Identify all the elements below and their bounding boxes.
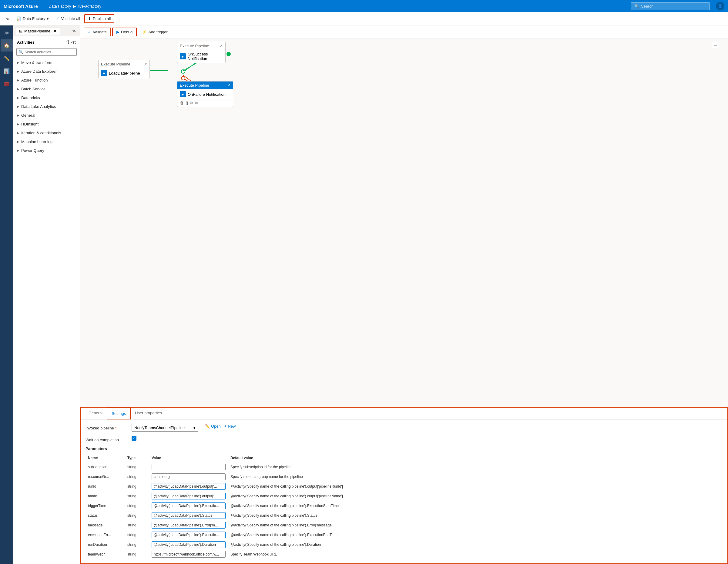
external-link-icon[interactable]: ↗	[220, 44, 223, 48]
breadcrumb-sep1: |	[43, 4, 44, 8]
wait-on-completion-checkbox[interactable]: ✓	[132, 436, 136, 441]
activities-search-box[interactable]: 🔍	[16, 48, 77, 56]
param-row: teamWebh... string Specify Team Webhook …	[86, 549, 723, 559]
sidebar-icon-expand[interactable]: ≫	[1, 27, 13, 39]
group-iteration-conditionals-header[interactable]: ▶ Iteration & conditionals	[13, 129, 80, 137]
tab-settings[interactable]: Settings	[107, 408, 131, 419]
invoked-pipeline-dropdown[interactable]: NotifyTeamsChannelPipeline ▾	[132, 424, 198, 431]
add-trigger-btn[interactable]: ⚡ Add trigger	[138, 28, 172, 36]
param-value-input[interactable]	[152, 473, 226, 480]
param-value-input[interactable]	[152, 541, 226, 548]
param-value-cell[interactable]	[149, 501, 228, 511]
group-azure-data-explorer-header[interactable]: ▶ Azure Data Explorer	[13, 68, 80, 75]
icon-sidebar: ≫ 🏠 ✏️ 📊 🧰	[0, 25, 13, 564]
breadcrumb-data-factory[interactable]: Data Factory	[49, 4, 71, 8]
copy-icon[interactable]: ⧉	[190, 101, 193, 106]
param-value-cell[interactable]	[149, 482, 228, 491]
param-default-cell: @activity('Specify name of the calling p…	[228, 501, 723, 511]
activities-panel: ⊞ MasterPipeline ✕ ≪ Activities ⇅ ≪ 🔍 ▶	[13, 25, 80, 564]
group-databricks-header[interactable]: ▶ Databricks	[13, 94, 80, 102]
param-row: runDuration string @activity('Specify na…	[86, 540, 723, 549]
publish-all-btn[interactable]: ⬆ Publish all	[84, 14, 114, 23]
sidebar-icon-toolbox[interactable]: 🧰	[1, 78, 13, 90]
svg-point-4	[227, 52, 230, 56]
param-type-cell: string	[125, 520, 149, 530]
validate-all-btn[interactable]: ✓ Validate all	[53, 15, 83, 22]
param-row: triggerTime string @activity('Specify na…	[86, 501, 723, 511]
param-value-input[interactable]	[152, 493, 226, 499]
param-default-cell: @activity('Specify name of the calling p…	[228, 540, 723, 549]
param-value-cell[interactable]	[149, 549, 228, 559]
code-icon[interactable]: {}	[186, 101, 188, 106]
col-name: Name	[86, 454, 125, 462]
pipeline-field-actions: ✏️ Open + New	[205, 424, 236, 428]
param-value-input[interactable]	[152, 502, 226, 509]
pipeline-icon: ⊞	[19, 29, 22, 33]
param-value-cell[interactable]	[149, 491, 228, 501]
node-on-success[interactable]: Execute Pipeline ↗ ▶ OnSuccess Notificat…	[177, 42, 226, 63]
group-data-lake-analytics-header[interactable]: ▶ Data Lake Analytics	[13, 103, 80, 110]
param-value-input[interactable]	[152, 464, 226, 470]
add-icon[interactable]: ⊕	[195, 101, 198, 106]
delete-icon[interactable]: 🗑	[180, 101, 184, 106]
node-load-data[interactable]: Execute Pipeline ↗ ▶ LoadDataPipeline	[98, 60, 150, 78]
expand-activities-btn[interactable]: ≪	[71, 39, 76, 45]
pipeline-tab[interactable]: ⊞ MasterPipeline ✕	[16, 27, 60, 35]
param-name-cell: executionEn...	[86, 530, 125, 540]
param-value-cell[interactable]	[149, 511, 228, 520]
debug-btn[interactable]: ▶ Debug	[112, 28, 137, 36]
search-activities-input[interactable]	[25, 50, 75, 54]
param-value-input[interactable]	[152, 551, 226, 558]
node-on-failure-header: Execute Pipeline ↗	[177, 82, 233, 89]
minimize-canvas-btn[interactable]: ─	[712, 42, 719, 48]
collapse-all-btn[interactable]: ⇅	[66, 39, 70, 45]
search-input[interactable]	[641, 4, 706, 8]
search-icon: 🔍	[634, 4, 639, 8]
avatar[interactable]: 👤	[716, 2, 724, 10]
group-label: HDInsight	[21, 122, 39, 126]
activities-header: Activities ⇅ ≪	[13, 36, 80, 47]
open-pipeline-btn[interactable]: ✏️ Open	[205, 424, 221, 428]
global-search-box[interactable]: 🔍	[631, 2, 710, 10]
param-value-input[interactable]	[152, 483, 226, 490]
sidebar-icon-monitor[interactable]: 📊	[1, 65, 13, 77]
group-machine-learning-header[interactable]: ▶ Machine Learning	[13, 138, 80, 146]
chevron-icon: ▶	[17, 61, 19, 64]
group-hdinsight-header[interactable]: ▶ HDInsight	[13, 120, 80, 128]
close-pipeline-tab-icon[interactable]: ✕	[53, 29, 57, 33]
param-value-cell[interactable]	[149, 472, 228, 482]
param-type-cell: string	[125, 501, 149, 511]
group-azure-function-header[interactable]: ▶ Azure Function	[13, 76, 80, 84]
validate-btn[interactable]: ✓ Validate	[84, 28, 111, 36]
param-value-cell[interactable]	[149, 520, 228, 530]
node-load-data-icon: ▶	[101, 70, 107, 76]
new-pipeline-btn[interactable]: + New	[224, 424, 236, 428]
param-value-cell[interactable]	[149, 462, 228, 472]
tab-general[interactable]: General	[84, 408, 107, 419]
collapse-panel-btn[interactable]: ≪	[71, 27, 77, 34]
group-general-header[interactable]: ▶ General	[13, 112, 80, 119]
sidebar-icon-pencil[interactable]: ✏️	[1, 52, 13, 64]
param-value-input[interactable]	[152, 522, 226, 529]
sidebar-icon-home[interactable]: 🏠	[1, 39, 13, 52]
group-power-query-header[interactable]: ▶ Power Query	[13, 147, 80, 154]
tab-user-properties[interactable]: User properties	[131, 408, 166, 419]
group-batch-service-header[interactable]: ▶ Batch Service	[13, 85, 80, 93]
group-label: Azure Function	[21, 78, 48, 82]
param-value-cell[interactable]	[149, 540, 228, 549]
group-move-transform-header[interactable]: ▶ Move & transform	[13, 59, 80, 66]
data-factory-btn[interactable]: 📊 Data Factory ▾	[13, 15, 52, 22]
node-on-success-icon: ▶	[180, 53, 186, 59]
pipeline-canvas[interactable]: Execute Pipeline ↗ ▶ LoadDataPipeline Ex…	[80, 39, 728, 407]
group-general: ▶ General	[13, 111, 80, 120]
group-label: Azure Data Explorer	[21, 69, 57, 74]
param-default-cell: @activity('Specify name of the calling p…	[228, 520, 723, 530]
param-value-cell[interactable]	[149, 530, 228, 540]
external-link-icon[interactable]: ↗	[227, 83, 230, 88]
param-value-input[interactable]	[152, 532, 226, 538]
lightning-icon: ⚡	[142, 30, 147, 34]
node-on-failure[interactable]: Execute Pipeline ↗ ▶ OnFailure Notificat…	[177, 81, 233, 107]
external-link-icon[interactable]: ↗	[144, 62, 147, 66]
param-value-input[interactable]	[152, 512, 226, 519]
collapse-sidebar-btn[interactable]: ≪	[3, 15, 12, 22]
